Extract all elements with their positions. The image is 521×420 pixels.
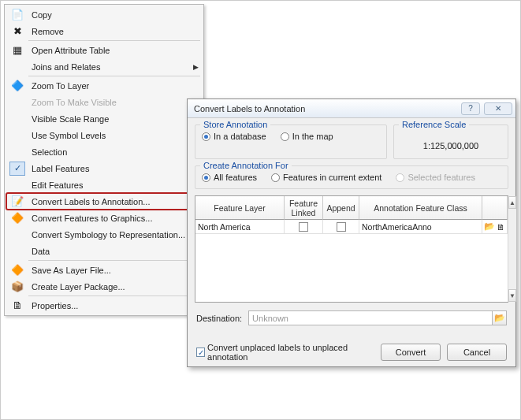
folder-open-icon[interactable]: 📂 <box>484 221 495 232</box>
dialog-bottom-row: ✓ Convert unplaced labels to unplaced an… <box>195 341 508 363</box>
menu-item-label: Create Layer Package... <box>32 282 199 292</box>
menu-item-label-features[interactable]: ✓ Label Features <box>6 160 202 177</box>
menu-item-visible-scale-range[interactable]: Visible Scale Range ▶ <box>6 110 202 127</box>
scroll-down-button[interactable]: ▼ <box>508 289 516 302</box>
menu-item-label: Joins and Relates <box>32 62 191 72</box>
menu-item-convert-labels-to-annotation[interactable]: 📝 Convert Labels to Annotation... <box>6 192 203 210</box>
blank-icon <box>9 60 25 74</box>
menu-item-selection[interactable]: Selection ▶ <box>6 143 202 160</box>
cell-annotation-class[interactable]: NorthAmericaAnno <box>359 220 482 234</box>
menu-item-label: Data <box>32 247 191 256</box>
menu-item-convert-symbology-to-representation[interactable]: Convert Symbology to Representation... <box>6 226 202 243</box>
reference-scale-group: Reference Scale 1:125,000,000 <box>393 125 508 159</box>
menu-separator <box>28 260 200 261</box>
menu-item-label: Save As Layer File... <box>32 266 199 275</box>
radio-label: In the map <box>292 132 333 141</box>
zoom-layer-icon: 🔷 <box>9 79 25 93</box>
radio-icon <box>271 173 280 182</box>
blank-icon <box>9 178 25 192</box>
package-icon: 📦 <box>9 280 25 294</box>
cell-feature-linked[interactable] <box>285 220 323 234</box>
menu-separator <box>28 76 200 76</box>
dialog-titlebar[interactable]: Convert Labels to Annotation ? ✕ <box>188 99 515 118</box>
radio-features-in-extent[interactable]: Features in current extent <box>271 173 381 182</box>
radio-in-map[interactable]: In the map <box>281 132 333 141</box>
radio-icon <box>396 173 404 182</box>
destination-label: Destination: <box>196 314 242 323</box>
menu-item-label: Convert Features to Graphics... <box>32 214 199 223</box>
menu-item-convert-features-to-graphics[interactable]: 🔶 Convert Features to Graphics... <box>6 210 202 226</box>
menu-item-label: Selection <box>32 147 191 157</box>
reference-scale-value: 1:125,000,000 <box>400 139 501 152</box>
destination-row: Destination: Unknown 📂 <box>196 310 507 325</box>
blank-icon <box>9 145 25 159</box>
group-legend: Store Annotation <box>200 120 270 129</box>
annotation-table: Feature Layer Feature Linked Append Anno… <box>195 195 508 303</box>
browse-destination-button[interactable]: 📂 <box>493 310 507 325</box>
menu-item-open-attribute-table[interactable]: ▦ Open Attribute Table <box>6 42 202 58</box>
header-feature-linked[interactable]: Feature Linked <box>285 196 323 220</box>
menu-item-copy[interactable]: 📄 Copy <box>6 6 202 23</box>
dialog-body: Store Annotation In a database In the ma… <box>188 118 515 366</box>
copy-icon: 📄 <box>9 8 25 22</box>
menu-item-label: Use Symbol Levels <box>32 131 199 140</box>
store-annotation-group: Store Annotation In a database In the ma… <box>195 125 387 159</box>
menu-item-joins-and-relates[interactable]: Joins and Relates ▶ <box>6 58 202 75</box>
header-annotation-class[interactable]: Annotation Feature Class <box>359 196 482 220</box>
graphics-icon: 🔶 <box>9 211 25 225</box>
dialog-title: Convert Labels to Annotation <box>194 104 457 113</box>
menu-item-remove[interactable]: ✖ Remove <box>6 23 202 39</box>
convert-button[interactable]: Convert <box>381 344 441 361</box>
checkbox-label: Convert unplaced labels to unplaced anno… <box>207 343 374 362</box>
header-append[interactable]: Append <box>323 196 359 220</box>
checkbox-icon[interactable] <box>299 222 308 232</box>
properties-icon: 🗎 <box>9 299 25 313</box>
checkbox-icon: ✓ <box>196 348 205 357</box>
menu-item-save-as-layer-file[interactable]: 🔶 Save As Layer File... <box>6 262 202 278</box>
blank-icon <box>9 95 25 110</box>
group-legend: Reference Scale <box>399 120 469 129</box>
cancel-button[interactable]: Cancel <box>447 344 507 361</box>
radio-icon <box>281 132 289 141</box>
convert-labels-dialog: Convert Labels to Annotation ? ✕ Store A… <box>187 98 516 367</box>
menu-item-label: Copy <box>32 10 199 20</box>
radio-selected-features: Selected features <box>396 173 475 182</box>
submenu-arrow-icon: ▶ <box>191 63 199 71</box>
menu-item-create-layer-package[interactable]: 📦 Create Layer Package... <box>6 278 202 295</box>
cell-feature-layer: North America <box>195 220 285 234</box>
menu-item-edit-features[interactable]: Edit Features ▶ <box>6 177 202 193</box>
radio-label: In a database <box>214 132 266 141</box>
checkbox-icon[interactable] <box>337 222 346 232</box>
menu-item-label: Properties... <box>32 301 199 310</box>
convert-unplaced-checkbox[interactable]: ✓ Convert unplaced labels to unplaced an… <box>196 343 374 362</box>
destination-field[interactable]: Unknown <box>248 310 493 325</box>
save-layer-icon: 🔶 <box>9 263 25 277</box>
menu-item-label: Convert Labels to Annotation... <box>32 197 199 206</box>
header-feature-layer[interactable]: Feature Layer <box>195 196 285 220</box>
menu-item-label: Label Features <box>32 164 199 173</box>
menu-item-label: Visible Scale Range <box>32 114 191 124</box>
radio-in-database[interactable]: In a database <box>202 132 266 141</box>
table-row[interactable]: North America NorthAmericaAnno 📂 🗎 <box>195 220 508 234</box>
menu-item-label: Zoom To Layer <box>32 81 199 91</box>
menu-item-use-symbol-levels[interactable]: Use Symbol Levels <box>6 127 202 143</box>
table-header-row: Feature Layer Feature Linked Append Anno… <box>195 196 508 220</box>
blank-icon <box>9 244 25 258</box>
menu-separator <box>28 295 200 296</box>
radio-all-features[interactable]: All features <box>202 173 257 182</box>
help-button[interactable]: ? <box>461 102 480 115</box>
menu-item-properties[interactable]: 🗎 Properties... <box>6 297 202 314</box>
blank-icon <box>9 112 25 126</box>
menu-item-label: Convert Symbology to Representation... <box>32 230 199 240</box>
properties-icon[interactable]: 🗎 <box>497 222 505 232</box>
cell-append[interactable] <box>323 220 359 234</box>
vertical-scrollbar[interactable]: ▲ ▼ <box>508 196 516 302</box>
close-button[interactable]: ✕ <box>484 102 512 115</box>
group-legend: Create Annotation For <box>200 161 292 170</box>
menu-item-data[interactable]: Data ▶ <box>6 243 202 259</box>
menu-item-zoom-to-layer[interactable]: 🔷 Zoom To Layer <box>6 77 202 94</box>
blank-icon <box>9 128 25 143</box>
menu-item-label: Edit Features <box>32 180 191 190</box>
scroll-up-button[interactable]: ▲ <box>508 196 516 209</box>
scroll-track[interactable] <box>508 209 516 289</box>
